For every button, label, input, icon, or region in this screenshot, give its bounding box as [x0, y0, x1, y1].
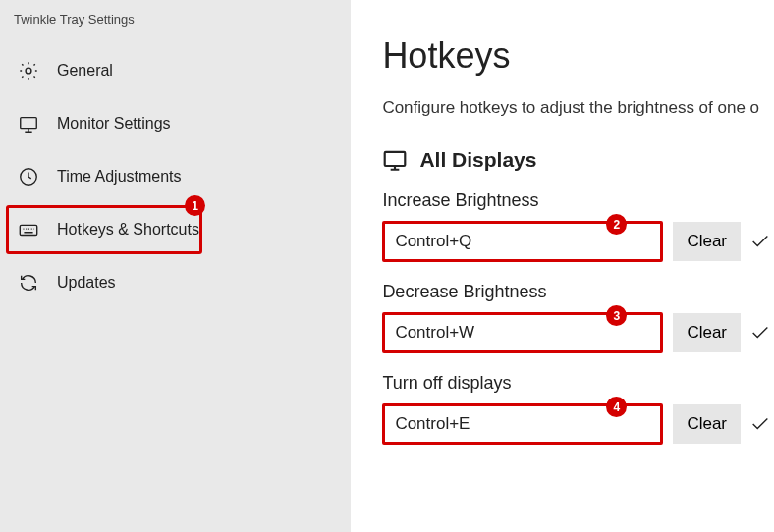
hotkey-input-turnoff[interactable]: Control+E 4	[382, 403, 663, 445]
hotkey-value: Control+Q	[395, 232, 471, 251]
page-title: Hotkeys	[382, 35, 774, 77]
clock-icon	[18, 166, 39, 187]
svg-rect-1	[21, 118, 37, 129]
hotkey-input-increase[interactable]: Control+Q 2	[382, 221, 663, 262]
hotkey-decrease: Decrease Brightness Control+W 3 Clear	[382, 282, 774, 353]
nav-label: Time Adjustments	[57, 168, 182, 186]
nav-label: General	[57, 62, 113, 80]
sidebar-item-updates[interactable]: Updates	[0, 256, 351, 309]
check-icon	[746, 410, 774, 438]
sidebar-item-general[interactable]: General	[0, 44, 351, 97]
gear-icon	[18, 60, 39, 81]
check-icon	[746, 319, 774, 346]
sidebar: Twinkle Tray Settings General Monitor Se…	[0, 0, 351, 532]
page-subtitle: Configure hotkeys to adjust the brightne…	[382, 98, 774, 118]
main-panel: Hotkeys Configure hotkeys to adjust the …	[351, 0, 774, 532]
section-title: All Displays	[419, 148, 536, 172]
nav-label: Monitor Settings	[57, 115, 171, 133]
hotkey-value: Control+E	[395, 414, 470, 434]
sidebar-item-time[interactable]: Time Adjustments	[0, 150, 351, 203]
hotkey-label: Increase Brightness	[382, 190, 774, 211]
refresh-icon	[18, 272, 39, 293]
svg-point-0	[26, 68, 31, 74]
clear-button[interactable]: Clear	[673, 404, 741, 444]
hotkey-label: Turn off displays	[382, 373, 774, 394]
hotkey-turnoff: Turn off displays Control+E 4 Clear	[382, 373, 774, 445]
app-title: Twinkle Tray Settings	[0, 8, 351, 44]
monitor-icon	[18, 113, 39, 134]
clear-button[interactable]: Clear	[673, 313, 741, 352]
annotation-badge: 4	[606, 397, 627, 417]
hotkey-label: Decrease Brightness	[382, 282, 774, 302]
annotation-badge: 2	[606, 214, 627, 235]
keyboard-icon	[18, 219, 39, 240]
display-icon	[382, 147, 408, 173]
sidebar-item-hotkeys[interactable]: Hotkeys & Shortcuts 1	[0, 203, 351, 256]
nav-label: Hotkeys & Shortcuts	[57, 221, 199, 239]
annotation-badge: 3	[606, 305, 627, 326]
sidebar-item-monitor[interactable]: Monitor Settings	[0, 97, 351, 150]
svg-rect-3	[20, 225, 36, 235]
nav-label: Updates	[57, 274, 116, 292]
svg-rect-4	[385, 152, 406, 166]
hotkey-value: Control+W	[395, 323, 474, 343]
clear-button[interactable]: Clear	[673, 222, 741, 261]
check-icon	[746, 228, 774, 255]
hotkey-increase: Increase Brightness Control+Q 2 Clear	[382, 190, 774, 262]
hotkey-input-decrease[interactable]: Control+W 3	[382, 312, 663, 353]
section-header: All Displays	[382, 147, 774, 173]
